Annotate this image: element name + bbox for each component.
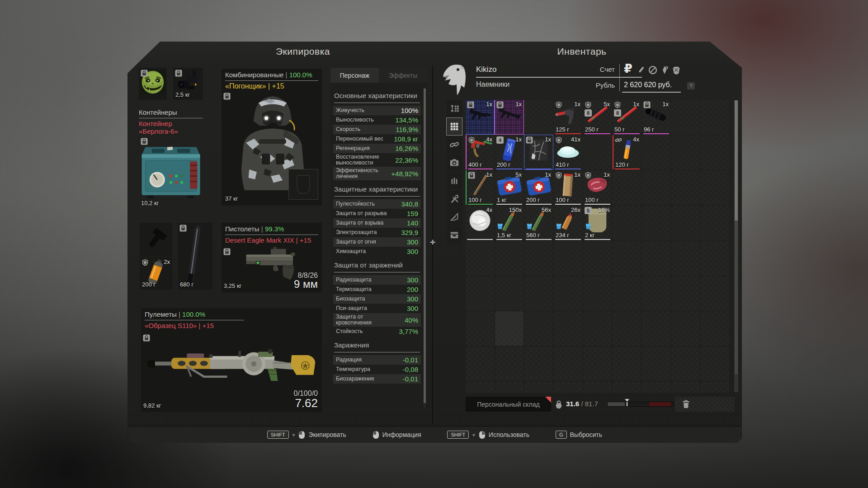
inventory-cell-empty[interactable]: [554, 382, 582, 393]
inventory-item-muzzle[interactable]: 1x96 г: [642, 100, 670, 134]
inventory-cell-empty[interactable]: [524, 382, 553, 393]
inventory-cell-empty[interactable]: [524, 311, 553, 346]
tool-slot[interactable]: [140, 223, 172, 257]
inventory-cell-empty[interactable]: [613, 382, 641, 393]
inventory-cell-empty[interactable]: [613, 347, 641, 381]
inventory-cell-empty[interactable]: [554, 276, 582, 310]
inventory-cell-empty[interactable]: [495, 241, 524, 275]
inventory-cell-empty[interactable]: [583, 311, 612, 346]
slider-marker[interactable]: [627, 402, 627, 406]
mg-slot[interactable]: Пулеметы | 100.0% «Образец S110» | +15 0…: [141, 308, 322, 412]
panel-divider-handle[interactable]: ✛: [429, 239, 436, 245]
inventory-cell-empty[interactable]: [642, 276, 670, 310]
inventory-cell-empty[interactable]: [613, 311, 641, 346]
inventory-cell-empty[interactable]: [642, 311, 670, 346]
trash-button[interactable]: [675, 397, 735, 412]
stats-tab-Эффекты[interactable]: Эффекты: [379, 68, 427, 83]
inventory-cell-empty[interactable]: [642, 206, 670, 240]
inventory-cell-empty[interactable]: [583, 241, 612, 275]
inventory-cell-empty[interactable]: [701, 100, 729, 134]
inventory-item-powder[interactable]: 41x410 г: [554, 135, 582, 169]
inventory-cell-empty[interactable]: [701, 170, 729, 205]
inventory-item-bullet[interactable]: 26x234 г: [554, 206, 582, 240]
inventory-cell-empty[interactable]: [701, 241, 729, 275]
inventory-cell-empty[interactable]: [524, 276, 553, 310]
inventory-cell-empty[interactable]: [671, 135, 700, 169]
patch-currency-icon[interactable]: [672, 65, 681, 75]
inventory-item-stick[interactable]: 1x100 г: [466, 170, 494, 205]
stats-tab-Персонаж[interactable]: Персонаж: [330, 68, 379, 83]
inventory-cell-empty[interactable]: [671, 241, 700, 275]
inventory-item-cartridge[interactable]: 56x560 г: [524, 206, 553, 240]
inventory-item-rifle[interactable]: 1x: [495, 100, 524, 134]
inventory-cell-empty[interactable]: [642, 170, 670, 205]
inventory-item-cartridge[interactable]: 150x1,5 кг: [495, 206, 524, 240]
inventory-cell-empty[interactable]: [583, 135, 612, 169]
stats-scrollbar[interactable]: [424, 88, 426, 408]
inventory-cell-empty[interactable]: [671, 206, 700, 240]
crowbar-slot[interactable]: 680 г: [178, 223, 212, 290]
inventory-cell-empty[interactable]: [701, 206, 729, 240]
inventory-item-flare[interactable]: 81x50 г: [613, 100, 641, 134]
inventory-cell-empty[interactable]: [701, 135, 729, 169]
filter-ammo-button[interactable]: [447, 172, 462, 189]
inventory-cell-empty[interactable]: [495, 347, 524, 381]
filter-grid-button[interactable]: [447, 118, 462, 135]
inventory-cell-empty[interactable]: [701, 347, 729, 381]
pistol-slot[interactable]: Пистолеты | 99.3% Desert Eagle Mark XIX …: [222, 223, 322, 292]
scrollbar-thumb[interactable]: [735, 100, 738, 221]
inventory-cell-empty[interactable]: [554, 311, 582, 346]
inventory-cell-empty[interactable]: [524, 241, 553, 275]
canister-slot[interactable]: 2x 200 г: [140, 257, 172, 290]
anomaly-currency-icon[interactable]: [660, 65, 669, 75]
inventory-cell-empty[interactable]: [642, 135, 670, 169]
inventory-cell-empty[interactable]: [524, 100, 553, 134]
inventory-item-picture[interactable]: 1x: [524, 135, 553, 169]
inventory-item-meat[interactable]: 1x100 г: [583, 170, 612, 205]
inventory-item-plate[interactable]: 510%2 кг: [583, 206, 612, 240]
inventory-cell-empty[interactable]: [554, 241, 582, 275]
inventory-cell-empty[interactable]: [495, 276, 524, 310]
inventory-cell-empty[interactable]: [613, 170, 641, 205]
inventory-cell-empty[interactable]: [613, 276, 641, 310]
inventory-item-flare[interactable]: 85x250 г: [583, 100, 612, 134]
inventory-cell-empty[interactable]: [583, 276, 612, 310]
inventory-cell-empty[interactable]: [466, 347, 494, 381]
inventory-item-pen[interactable]: 4x120 г: [613, 135, 641, 169]
device-slot[interactable]: 2,5 кг: [173, 68, 203, 100]
inventory-cell-empty[interactable]: [671, 382, 700, 393]
inventory-item-smg[interactable]: 1x: [466, 100, 494, 134]
filter-link-button[interactable]: [447, 136, 462, 153]
inventory-cell-empty[interactable]: [495, 311, 524, 346]
inventory-item-injector[interactable]: 1x125 г: [554, 100, 582, 134]
inventory-cell-empty[interactable]: [613, 206, 641, 240]
filter-ruler-button[interactable]: [447, 208, 462, 225]
inventory-cell-empty[interactable]: [701, 382, 729, 393]
inventory-item-spraygun[interactable]: 4x400 г: [466, 135, 494, 169]
inventory-item-block[interactable]: 1x100 г: [554, 170, 582, 205]
inventory-item-cotton[interactable]: 4x: [466, 206, 494, 240]
token-currency-icon[interactable]: [648, 65, 657, 75]
inventory-cell-empty[interactable]: [671, 100, 700, 134]
armor-slot[interactable]: Комбинированные | 100.0% «Погонщик» | +1…: [222, 69, 322, 206]
filter-tools-button[interactable]: [447, 190, 462, 207]
inventory-cell-empty[interactable]: [466, 276, 494, 310]
container-slot[interactable]: 10,2 кг: [139, 137, 203, 206]
inventory-cell-empty[interactable]: [613, 241, 641, 275]
inventory-scrollbar[interactable]: [734, 100, 738, 392]
inventory-cell-empty[interactable]: [583, 382, 612, 393]
filter-box-button[interactable]: [447, 226, 462, 244]
inventory-cell-empty[interactable]: [466, 382, 494, 393]
inventory-cell-empty[interactable]: [466, 241, 494, 275]
inventory-cell-empty[interactable]: [466, 311, 494, 346]
inventory-item-medkit[interactable]: 5x1 кг: [495, 170, 524, 205]
inventory-item-can[interactable]: 41x200 г: [495, 135, 524, 169]
avatar-slot[interactable]: [139, 68, 167, 100]
armor-plate-pocket[interactable]: [288, 169, 318, 200]
inventory-cell-empty[interactable]: [642, 382, 670, 393]
inventory-cell-empty[interactable]: [671, 311, 700, 346]
filter-sort-button[interactable]: [447, 100, 462, 117]
inventory-cell-empty[interactable]: [554, 347, 582, 381]
inventory-cell-empty[interactable]: [524, 347, 553, 381]
weight-slider[interactable]: [607, 402, 674, 407]
